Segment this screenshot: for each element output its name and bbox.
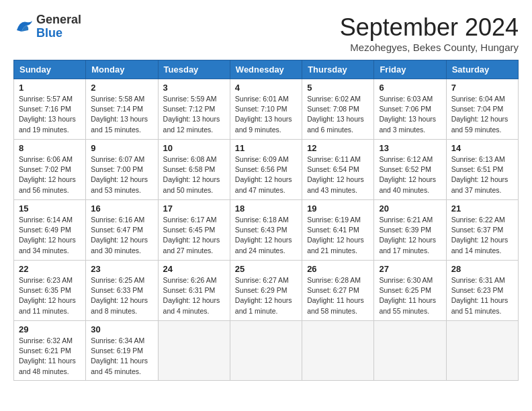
title-block: September 2024 Mezohegyes, Bekes County,… bbox=[340, 13, 519, 53]
day-number: 16 bbox=[91, 203, 152, 214]
calendar-cell: 29Sunrise: 6:32 AMSunset: 6:21 PMDayligh… bbox=[14, 321, 86, 381]
calendar-cell: 11Sunrise: 6:09 AMSunset: 6:56 PMDayligh… bbox=[230, 140, 302, 200]
day-number: 13 bbox=[379, 143, 441, 153]
day-detail: Sunrise: 6:11 AMSunset: 6:54 PMDaylight:… bbox=[307, 154, 369, 195]
day-number: 24 bbox=[163, 264, 225, 274]
day-detail: Sunrise: 6:28 AMSunset: 6:27 PMDaylight:… bbox=[307, 275, 369, 316]
day-detail: Sunrise: 6:13 AMSunset: 6:51 PMDaylight:… bbox=[451, 154, 513, 195]
day-detail: Sunrise: 6:06 AMSunset: 7:02 PMDaylight:… bbox=[19, 154, 81, 195]
calendar-cell: 25Sunrise: 6:27 AMSunset: 6:29 PMDayligh… bbox=[230, 261, 302, 321]
calendar-cell: 14Sunrise: 6:13 AMSunset: 6:51 PMDayligh… bbox=[446, 140, 518, 200]
calendar-cell bbox=[302, 321, 374, 381]
day-number: 22 bbox=[19, 264, 81, 274]
day-detail: Sunrise: 6:30 AMSunset: 6:25 PMDaylight:… bbox=[379, 275, 441, 316]
day-number: 1 bbox=[19, 83, 81, 93]
week-row-1: 1Sunrise: 5:57 AMSunset: 7:16 PMDaylight… bbox=[14, 79, 519, 140]
week-row-5: 29Sunrise: 6:32 AMSunset: 6:21 PMDayligh… bbox=[14, 321, 519, 381]
calendar-cell: 27Sunrise: 6:30 AMSunset: 6:25 PMDayligh… bbox=[374, 261, 446, 321]
location: Mezohegyes, Bekes County, Hungary bbox=[340, 42, 519, 53]
day-number: 5 bbox=[307, 83, 369, 93]
day-number: 3 bbox=[163, 83, 225, 93]
calendar-cell: 15Sunrise: 6:14 AMSunset: 6:49 PMDayligh… bbox=[14, 200, 86, 261]
day-number: 25 bbox=[235, 264, 297, 274]
calendar-cell: 10Sunrise: 6:08 AMSunset: 6:58 PMDayligh… bbox=[158, 140, 230, 200]
day-detail: Sunrise: 6:19 AMSunset: 6:41 PMDaylight:… bbox=[307, 215, 369, 256]
day-number: 2 bbox=[91, 83, 152, 93]
day-number: 17 bbox=[163, 203, 225, 214]
day-number: 12 bbox=[307, 143, 369, 153]
day-number: 21 bbox=[451, 203, 513, 214]
day-detail: Sunrise: 6:22 AMSunset: 6:37 PMDaylight:… bbox=[451, 215, 513, 256]
day-detail: Sunrise: 5:58 AMSunset: 7:14 PMDaylight:… bbox=[91, 94, 152, 135]
day-detail: Sunrise: 6:03 AMSunset: 7:06 PMDaylight:… bbox=[379, 94, 441, 135]
day-number: 29 bbox=[19, 324, 81, 334]
day-detail: Sunrise: 6:27 AMSunset: 6:29 PMDaylight:… bbox=[235, 275, 297, 316]
day-number: 9 bbox=[91, 143, 152, 153]
day-detail: Sunrise: 6:01 AMSunset: 7:10 PMDaylight:… bbox=[235, 94, 297, 135]
day-detail: Sunrise: 5:59 AMSunset: 7:12 PMDaylight:… bbox=[163, 94, 225, 135]
calendar-cell: 26Sunrise: 6:28 AMSunset: 6:27 PMDayligh… bbox=[302, 261, 374, 321]
calendar-cell: 2Sunrise: 5:58 AMSunset: 7:14 PMDaylight… bbox=[86, 79, 158, 140]
week-row-4: 22Sunrise: 6:23 AMSunset: 6:35 PMDayligh… bbox=[14, 261, 519, 321]
day-detail: Sunrise: 6:02 AMSunset: 7:08 PMDaylight:… bbox=[307, 94, 369, 135]
calendar-cell: 12Sunrise: 6:11 AMSunset: 6:54 PMDayligh… bbox=[302, 140, 374, 200]
day-detail: Sunrise: 6:32 AMSunset: 6:21 PMDaylight:… bbox=[19, 336, 81, 377]
week-row-3: 15Sunrise: 6:14 AMSunset: 6:49 PMDayligh… bbox=[14, 200, 519, 261]
day-number: 14 bbox=[451, 143, 513, 153]
day-detail: Sunrise: 5:57 AMSunset: 7:16 PMDaylight:… bbox=[19, 94, 81, 135]
calendar-cell: 22Sunrise: 6:23 AMSunset: 6:35 PMDayligh… bbox=[14, 261, 86, 321]
col-wednesday: Wednesday bbox=[230, 60, 302, 79]
calendar-cell: 18Sunrise: 6:18 AMSunset: 6:43 PMDayligh… bbox=[230, 200, 302, 261]
week-row-2: 8Sunrise: 6:06 AMSunset: 7:02 PMDaylight… bbox=[14, 140, 519, 200]
day-detail: Sunrise: 6:08 AMSunset: 6:58 PMDaylight:… bbox=[163, 154, 225, 195]
day-detail: Sunrise: 6:25 AMSunset: 6:33 PMDaylight:… bbox=[91, 275, 152, 316]
day-detail: Sunrise: 6:18 AMSunset: 6:43 PMDaylight:… bbox=[235, 215, 297, 256]
logo-bird-icon bbox=[13, 17, 34, 37]
day-detail: Sunrise: 6:21 AMSunset: 6:39 PMDaylight:… bbox=[379, 215, 441, 256]
logo-text: General Blue bbox=[36, 13, 81, 40]
day-number: 28 bbox=[451, 264, 513, 274]
calendar-cell: 20Sunrise: 6:21 AMSunset: 6:39 PMDayligh… bbox=[374, 200, 446, 261]
day-number: 30 bbox=[91, 324, 152, 334]
calendar-cell: 17Sunrise: 6:17 AMSunset: 6:45 PMDayligh… bbox=[158, 200, 230, 261]
day-detail: Sunrise: 6:09 AMSunset: 6:56 PMDaylight:… bbox=[235, 154, 297, 195]
day-number: 8 bbox=[19, 143, 81, 153]
calendar-cell: 1Sunrise: 5:57 AMSunset: 7:16 PMDaylight… bbox=[14, 79, 86, 140]
calendar-cell: 3Sunrise: 5:59 AMSunset: 7:12 PMDaylight… bbox=[158, 79, 230, 140]
day-detail: Sunrise: 6:04 AMSunset: 7:04 PMDaylight:… bbox=[451, 94, 513, 135]
calendar-cell: 6Sunrise: 6:03 AMSunset: 7:06 PMDaylight… bbox=[374, 79, 446, 140]
calendar-cell: 7Sunrise: 6:04 AMSunset: 7:04 PMDaylight… bbox=[446, 79, 518, 140]
day-detail: Sunrise: 6:07 AMSunset: 7:00 PMDaylight:… bbox=[91, 154, 152, 195]
month-title: September 2024 bbox=[340, 13, 519, 42]
calendar-cell: 21Sunrise: 6:22 AMSunset: 6:37 PMDayligh… bbox=[446, 200, 518, 261]
calendar-cell: 23Sunrise: 6:25 AMSunset: 6:33 PMDayligh… bbox=[86, 261, 158, 321]
day-detail: Sunrise: 6:14 AMSunset: 6:49 PMDaylight:… bbox=[19, 215, 81, 256]
day-number: 4 bbox=[235, 83, 297, 93]
calendar-cell: 13Sunrise: 6:12 AMSunset: 6:52 PMDayligh… bbox=[374, 140, 446, 200]
day-number: 18 bbox=[235, 203, 297, 214]
calendar-cell: 24Sunrise: 6:26 AMSunset: 6:31 PMDayligh… bbox=[158, 261, 230, 321]
col-sunday: Sunday bbox=[14, 60, 86, 79]
day-number: 7 bbox=[451, 83, 513, 93]
calendar-cell: 5Sunrise: 6:02 AMSunset: 7:08 PMDaylight… bbox=[302, 79, 374, 140]
calendar-cell bbox=[230, 321, 302, 381]
calendar-cell: 4Sunrise: 6:01 AMSunset: 7:10 PMDaylight… bbox=[230, 79, 302, 140]
calendar-header-row: Sunday Monday Tuesday Wednesday Thursday… bbox=[14, 60, 519, 79]
calendar-cell bbox=[158, 321, 230, 381]
day-detail: Sunrise: 6:34 AMSunset: 6:19 PMDaylight:… bbox=[91, 336, 152, 377]
day-detail: Sunrise: 6:26 AMSunset: 6:31 PMDaylight:… bbox=[163, 275, 225, 316]
day-detail: Sunrise: 6:16 AMSunset: 6:47 PMDaylight:… bbox=[91, 215, 152, 256]
day-detail: Sunrise: 6:17 AMSunset: 6:45 PMDaylight:… bbox=[163, 215, 225, 256]
calendar-cell: 30Sunrise: 6:34 AMSunset: 6:19 PMDayligh… bbox=[86, 321, 158, 381]
day-number: 23 bbox=[91, 264, 152, 274]
page-header: General Blue September 2024 Mezohegyes, … bbox=[13, 13, 519, 53]
day-detail: Sunrise: 6:31 AMSunset: 6:23 PMDaylight:… bbox=[451, 275, 513, 316]
calendar-cell: 9Sunrise: 6:07 AMSunset: 7:00 PMDaylight… bbox=[86, 140, 158, 200]
calendar-cell: 16Sunrise: 6:16 AMSunset: 6:47 PMDayligh… bbox=[86, 200, 158, 261]
calendar-table: Sunday Monday Tuesday Wednesday Thursday… bbox=[13, 60, 519, 381]
col-monday: Monday bbox=[86, 60, 158, 79]
day-number: 11 bbox=[235, 143, 297, 153]
day-detail: Sunrise: 6:12 AMSunset: 6:52 PMDaylight:… bbox=[379, 154, 441, 195]
day-number: 15 bbox=[19, 203, 81, 214]
calendar-cell: 19Sunrise: 6:19 AMSunset: 6:41 PMDayligh… bbox=[302, 200, 374, 261]
